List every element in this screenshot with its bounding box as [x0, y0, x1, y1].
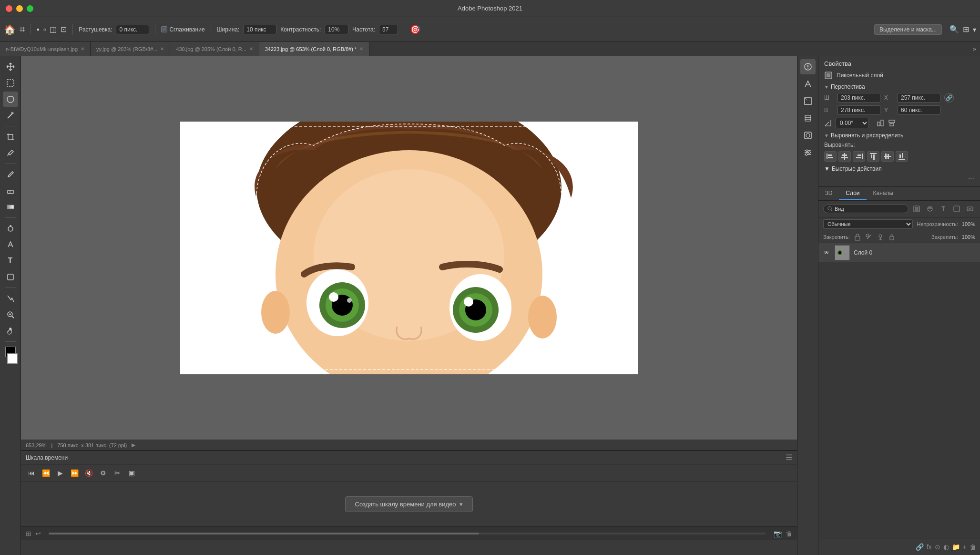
- timeline-settings-button[interactable]: ⚙: [97, 467, 109, 479]
- align-right-btn[interactable]: [853, 151, 865, 162]
- width-value[interactable]: [837, 93, 880, 103]
- timeline-back2-icon[interactable]: ↩: [35, 530, 41, 537]
- minimize-button[interactable]: [16, 5, 23, 12]
- tab-close-icon[interactable]: ✕: [81, 46, 84, 51]
- layer-link-icon[interactable]: 🔗: [916, 543, 924, 551]
- shape2-icon[interactable]: ◫: [50, 25, 57, 34]
- type-filter-icon[interactable]: T: [938, 204, 949, 214]
- smart-filter-icon[interactable]: [965, 204, 975, 214]
- wand-tool[interactable]: [3, 108, 18, 123]
- width-input[interactable]: [243, 25, 276, 34]
- lock-pixels-icon[interactable]: [865, 233, 873, 241]
- marquee-tool[interactable]: [3, 75, 18, 91]
- traffic-lights[interactable]: [6, 5, 33, 12]
- crop-tool[interactable]: [3, 129, 18, 144]
- eraser-tool[interactable]: [3, 183, 18, 198]
- timeline-scrollbar[interactable]: [49, 533, 479, 534]
- rect-shape-icon[interactable]: ▪: [37, 25, 40, 34]
- lasso-tool-icon[interactable]: ⌗: [20, 24, 25, 35]
- status-arrow[interactable]: ▶: [132, 442, 135, 448]
- lasso-tool[interactable]: [3, 92, 18, 107]
- layer-search-bar[interactable]: [823, 205, 909, 213]
- text-tool[interactable]: T: [3, 253, 18, 268]
- timeline-audio-button[interactable]: 🔇: [83, 467, 94, 479]
- tab-layers[interactable]: Слои: [839, 187, 866, 200]
- brush-tool[interactable]: [3, 167, 18, 182]
- zoom-tool[interactable]: [3, 307, 18, 322]
- layer-mask-icon[interactable]: ⊙: [935, 543, 940, 551]
- layer-group-icon[interactable]: 📁: [952, 543, 960, 551]
- tab-unsplash[interactable]: n-BfWDyQ10uMk-unsplash.jpg ✕: [0, 42, 91, 56]
- tab-close-icon[interactable]: ✕: [249, 46, 253, 51]
- layer-visibility-icon[interactable]: 👁: [822, 248, 831, 257]
- selection-mask-button[interactable]: Выделение и маска...: [874, 24, 942, 35]
- adjustment-filter-icon[interactable]: [925, 204, 935, 214]
- layer-adjustment-icon[interactable]: ◐: [943, 543, 949, 551]
- timeline-add-layer-icon[interactable]: ⊞: [26, 530, 31, 537]
- rounded-rect-icon[interactable]: ▫: [43, 25, 46, 34]
- angle-select[interactable]: 0,00° 45° 90°: [836, 118, 869, 128]
- lock-position-icon[interactable]: [877, 233, 884, 241]
- shape-filter-icon[interactable]: [951, 204, 962, 214]
- timeline-frame-button[interactable]: ▣: [126, 467, 137, 479]
- timeline-start-button[interactable]: ⏮: [26, 467, 37, 479]
- layers-panel-icon[interactable]: [800, 111, 816, 126]
- tab-close-icon[interactable]: ✕: [359, 46, 363, 51]
- more-options-button[interactable]: ···: [824, 174, 974, 183]
- layer-add-icon[interactable]: +: [963, 543, 967, 551]
- layer-filter-input[interactable]: [835, 206, 904, 212]
- collapse-arrow[interactable]: ▼: [824, 84, 829, 90]
- sglajivanie-checkbox[interactable]: ✓ Сглаживание: [161, 26, 204, 33]
- timeline-menu-icon[interactable]: ☰: [786, 453, 792, 462]
- tab-close-icon[interactable]: ✕: [160, 46, 164, 51]
- home-icon[interactable]: 🏠: [4, 24, 16, 35]
- timeline-back-button[interactable]: ⏪: [40, 467, 51, 479]
- close-button[interactable]: [6, 5, 12, 12]
- gradient-tool[interactable]: [3, 199, 18, 215]
- properties-panel-icon[interactable]: [800, 59, 816, 74]
- move-tool[interactable]: [3, 59, 18, 74]
- layer-fx-icon[interactable]: fx: [927, 543, 932, 551]
- canvas-container[interactable]: [21, 56, 797, 440]
- align-bottom-btn[interactable]: [896, 151, 908, 162]
- edit-panel-icon[interactable]: [800, 76, 816, 92]
- tab-channels[interactable]: Каналы: [867, 187, 900, 200]
- align-top-btn[interactable]: [867, 151, 879, 162]
- eyedropper-tool[interactable]: [3, 145, 18, 161]
- align-center-v-btn[interactable]: [881, 151, 894, 162]
- maximize-button[interactable]: [27, 5, 33, 12]
- layer-delete-icon[interactable]: 🗑: [970, 543, 976, 551]
- tab-more-button[interactable]: »: [969, 42, 980, 56]
- expand-icon[interactable]: ▾: [973, 26, 976, 33]
- adjustments-panel-icon[interactable]: [800, 145, 816, 160]
- timeline-camera-icon[interactable]: 📷: [774, 530, 782, 537]
- layer-item[interactable]: 👁 Слой 0: [818, 243, 980, 262]
- pixel-filter-icon[interactable]: [911, 204, 922, 214]
- height-value[interactable]: [837, 105, 880, 115]
- x-value[interactable]: [898, 93, 940, 103]
- collapse-arrow[interactable]: ▼: [824, 133, 829, 138]
- contrast-input[interactable]: [325, 25, 348, 34]
- shape3-icon[interactable]: ⊡: [61, 25, 67, 34]
- tab-3d[interactable]: 3D: [818, 187, 839, 200]
- lock-all-icon[interactable]: [888, 233, 896, 241]
- lock-transparency-icon[interactable]: [854, 233, 861, 241]
- pen-tool[interactable]: [3, 237, 18, 252]
- search-icon[interactable]: 🔍: [949, 25, 959, 34]
- timeline-trash-icon[interactable]: 🗑: [786, 530, 792, 537]
- tab-34223[interactable]: 34223.jpg @ 653% (Слой 0, RGB/8#) * ✕: [259, 42, 370, 56]
- panels-icon[interactable]: ⊞: [963, 25, 969, 34]
- shape-tool[interactable]: [3, 269, 18, 285]
- align-center-h-btn[interactable]: [838, 151, 851, 162]
- path-selection-tool[interactable]: [3, 291, 18, 306]
- timeline-forward-button[interactable]: ⏩: [69, 467, 80, 479]
- freq-input[interactable]: [379, 25, 398, 34]
- tab-430[interactable]: 430.jpg @ 205% (Слой 0, R... ✕: [170, 42, 259, 56]
- background-color[interactable]: [7, 353, 18, 364]
- collapse-arrow[interactable]: ▼: [824, 165, 830, 172]
- blend-mode-select[interactable]: Обычные Умножение Экран: [823, 219, 913, 229]
- checkbox-icon[interactable]: ✓: [161, 26, 167, 32]
- timeline-play-button[interactable]: ▶: [54, 467, 66, 479]
- rastushevka-input[interactable]: [116, 25, 149, 34]
- create-timeline-button[interactable]: Создать шкалу времени для видео ▾: [345, 496, 473, 512]
